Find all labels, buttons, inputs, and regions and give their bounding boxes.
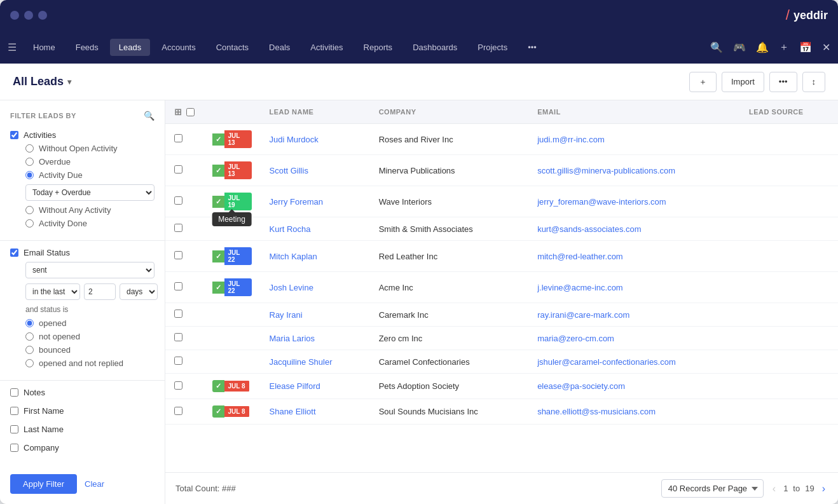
email-link[interactable]: maria@zero-cm.com	[537, 334, 614, 343]
opened-not-replied-radio[interactable]	[25, 359, 34, 367]
lead-name-cell[interactable]: Jerry Foreman	[261, 186, 370, 217]
close-icon[interactable]: ✕	[822, 41, 830, 53]
row-checkbox[interactable]	[174, 381, 182, 390]
row-checkbox[interactable]	[174, 310, 182, 318]
first-name-checkbox[interactable]	[10, 407, 18, 415]
gamepad-icon[interactable]: 🎮	[733, 41, 746, 53]
activity-done-item[interactable]: Activity Done	[25, 217, 155, 230]
notes-filter-item[interactable]: Notes	[10, 386, 155, 399]
nav-projects[interactable]: Projects	[469, 39, 516, 56]
row-checkbox[interactable]	[174, 134, 182, 142]
email-link[interactable]: scott.gillis@minerva-publications.com	[537, 166, 675, 175]
email-cell[interactable]: shane.elliott@ss-musicians.com	[528, 399, 740, 425]
last-name-checkbox[interactable]	[10, 425, 18, 433]
row-checkbox[interactable]	[174, 224, 182, 232]
days-unit-select[interactable]: days	[120, 283, 158, 300]
lead-name-cell[interactable]: Josh Levine	[261, 272, 370, 303]
select-all-checkbox[interactable]	[186, 108, 195, 116]
plus-icon[interactable]: ＋	[779, 41, 789, 54]
email-cell[interactable]: jerry_foreman@wave-interiors.com	[528, 186, 740, 217]
in-the-last-select[interactable]: in the last	[25, 283, 80, 300]
bounced-radio[interactable]	[25, 346, 34, 354]
email-link[interactable]: ray.irani@care-mark.com	[537, 310, 629, 320]
email-link[interactable]: judi.m@rr-inc.com	[537, 135, 605, 144]
not-opened-radio[interactable]	[25, 332, 34, 341]
per-page-select[interactable]: 40 Records Per Page	[661, 479, 764, 498]
lead-name-link[interactable]: Mitch Kaplan	[270, 252, 317, 261]
email-link[interactable]: elease@pa-society.com	[537, 381, 625, 391]
prev-page-button[interactable]: ‹	[770, 482, 778, 496]
filter-search-icon[interactable]: 🔍	[144, 111, 155, 121]
overdue-item[interactable]: Overdue	[25, 155, 155, 168]
search-icon[interactable]: 🔍	[710, 41, 723, 53]
lead-name-link[interactable]: Maria Larios	[270, 334, 315, 343]
lead-name-link[interactable]: Scott Gillis	[270, 166, 308, 175]
lead-name-cell[interactable]: Scott Gillis	[261, 155, 370, 186]
row-checkbox[interactable]	[174, 196, 182, 205]
row-checkbox[interactable]	[174, 282, 182, 290]
activities-checkbox[interactable]	[10, 131, 18, 139]
import-button[interactable]: Import	[722, 72, 764, 92]
nav-feeds[interactable]: Feeds	[67, 39, 107, 56]
nav-deals[interactable]: Deals	[260, 39, 299, 56]
email-cell[interactable]: j.levine@acme-inc.com	[528, 272, 740, 303]
opened-not-replied-item[interactable]: opened and not replied	[25, 357, 155, 370]
sort-button[interactable]: ↕	[802, 72, 826, 92]
row-checkbox[interactable]	[174, 251, 182, 259]
lead-name-link[interactable]: Judi Murdock	[270, 135, 319, 144]
not-opened-item[interactable]: not opened	[25, 330, 155, 343]
lead-name-cell[interactable]: Mitch Kaplan	[261, 241, 370, 272]
apply-filter-button[interactable]: Apply Filter	[10, 474, 77, 494]
nav-leads[interactable]: Leads	[110, 39, 150, 56]
lead-name-link[interactable]: Josh Levine	[270, 283, 313, 292]
row-checkbox[interactable]	[174, 357, 182, 365]
nav-dashboards[interactable]: Dashboards	[404, 39, 466, 56]
email-link[interactable]: mitch@red-leather.com	[537, 252, 623, 261]
first-name-filter-item[interactable]: First Name	[10, 404, 155, 418]
lead-name-link[interactable]: Elease Pilford	[270, 381, 320, 391]
lead-name-link[interactable]: Jacquiline Shuler	[270, 357, 333, 367]
sidebar-resizer[interactable]	[162, 100, 165, 504]
lead-name-link[interactable]: Shane Elliott	[270, 407, 316, 416]
nav-accounts[interactable]: Accounts	[153, 39, 204, 56]
column-resize-icon[interactable]: ⊞	[174, 107, 182, 117]
due-dropdown[interactable]: Today + Overdue	[25, 184, 155, 201]
email-link[interactable]: kurt@sands-associates.com	[537, 224, 641, 234]
next-page-button[interactable]: ›	[820, 482, 828, 496]
more-options-button[interactable]: •••	[769, 72, 797, 92]
email-link[interactable]: j.levine@acme-inc.com	[537, 283, 623, 292]
opened-radio[interactable]	[25, 319, 34, 327]
opened-item[interactable]: opened	[25, 317, 155, 330]
email-status-filter-item[interactable]: Email Status	[10, 246, 155, 259]
lead-name-link[interactable]: Jerry Foreman	[270, 197, 324, 207]
activity-done-radio[interactable]	[25, 219, 34, 228]
without-any-activity-radio[interactable]	[25, 206, 34, 214]
email-cell[interactable]: scott.gillis@minerva-publications.com	[528, 155, 740, 186]
bell-icon[interactable]: 🔔	[756, 41, 769, 53]
email-cell[interactable]: mitch@red-leather.com	[528, 241, 740, 272]
nav-home[interactable]: Home	[24, 39, 64, 56]
activities-filter-item[interactable]: Activities	[10, 128, 155, 142]
email-link[interactable]: jerry_foreman@wave-interiors.com	[537, 197, 666, 207]
lead-name-link[interactable]: Ray Irani	[270, 310, 303, 320]
company-checkbox[interactable]	[10, 444, 18, 452]
company-filter-item[interactable]: Company	[10, 441, 155, 454]
overdue-radio[interactable]	[25, 158, 34, 166]
view-selector-button[interactable]: All Leads ▾	[13, 75, 71, 88]
lead-name-cell[interactable]: Jacquiline Shuler	[261, 350, 370, 374]
last-name-filter-item[interactable]: Last Name	[10, 423, 155, 436]
without-any-activity-item[interactable]: Without Any Activity	[25, 203, 155, 217]
row-checkbox[interactable]	[174, 165, 182, 174]
lead-name-cell[interactable]: Maria Larios	[261, 327, 370, 350]
lead-name-cell[interactable]: Judi Murdock	[261, 124, 370, 155]
calendar-icon[interactable]: 📅	[799, 41, 812, 53]
email-status-checkbox[interactable]	[10, 249, 18, 257]
email-cell[interactable]: maria@zero-cm.com	[528, 327, 740, 350]
notes-checkbox[interactable]	[10, 388, 18, 397]
lead-name-cell[interactable]: Ray Irani	[261, 303, 370, 327]
nav-contacts[interactable]: Contacts	[207, 39, 258, 56]
lead-name-cell[interactable]: Elease Pilford	[261, 374, 370, 399]
days-count-input[interactable]	[84, 283, 116, 300]
add-button[interactable]: ＋	[689, 72, 717, 92]
lead-name-link[interactable]: Kurt Rocha	[270, 224, 311, 234]
